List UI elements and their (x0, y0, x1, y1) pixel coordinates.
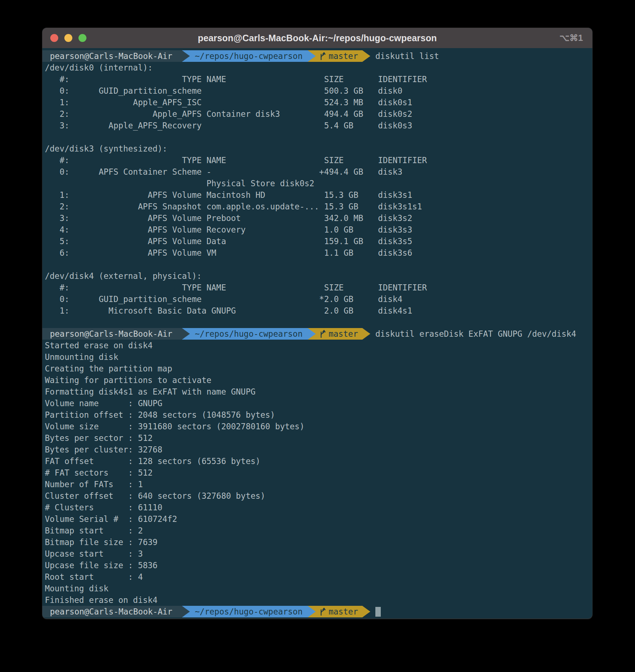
prompt-line-1: pearson@Carls-MacBook-Air ~/repos/hugo-c… (42, 50, 592, 62)
terminal-line: Physical Store disk0s2 (45, 178, 592, 189)
terminal-line: 2: APFS Snapshot com.apple.os.update-...… (45, 201, 592, 212)
branch-name: master (329, 606, 358, 617)
terminal-line: Upcase start : 3 (45, 548, 592, 560)
powerline-arrow-icon (308, 328, 316, 340)
terminal-line: 4: APFS Volume Recovery 1.0 GB disk3s3 (45, 224, 592, 235)
prompt-host-segment: pearson@Carls-MacBook-Air (42, 606, 182, 617)
branch-name: master (329, 328, 358, 340)
terminal-line: 1: Microsoft Basic Data GNUPG 2.0 GB dis… (45, 305, 592, 316)
terminal-line: Bitmap start : 2 (45, 525, 592, 536)
git-branch-icon (319, 52, 326, 60)
terminal-line: Started erase on disk4 (45, 340, 592, 351)
powerline-arrow-icon (362, 606, 370, 617)
terminal-line: /dev/disk0 (internal): (45, 62, 592, 73)
prompt-path-segment: ~/repos/hugo-cwpearson (190, 606, 308, 617)
powerline-arrow-icon (182, 606, 190, 617)
terminal-line: 1: APFS Volume Macintosh HD 15.3 GB disk… (45, 189, 592, 201)
prompt-path-segment: ~/repos/hugo-cwpearson (190, 328, 308, 340)
window-shortcut-badge: ⌥⌘1 (559, 28, 583, 48)
terminal-line: 6: APFS Volume VM 1.1 GB disk3s6 (45, 247, 592, 259)
window-title: pearson@Carls-MacBook-Air:~/repos/hugo-c… (42, 33, 592, 43)
terminal-line: 3: APFS Volume Preboot 342.0 MB disk3s2 (45, 212, 592, 224)
terminal-line: /dev/disk4 (external, physical): (45, 270, 592, 282)
terminal-line (45, 131, 592, 143)
terminal-line: 2: Apple_APFS Container disk3 494.4 GB d… (45, 108, 592, 120)
branch-name: master (329, 50, 358, 62)
terminal-line: Bytes per cluster: 32768 (45, 444, 592, 455)
terminal-line: Formatting disk4s1 as ExFAT with name GN… (45, 386, 592, 397)
prompt-host-segment: pearson@Carls-MacBook-Air (42, 328, 182, 340)
terminal-line: Bitmap file size : 7639 (45, 536, 592, 548)
terminal-line: FAT offset : 128 sectors (65536 bytes) (45, 455, 592, 467)
terminal-line (45, 259, 592, 270)
terminal-line: Unmounting disk (45, 351, 592, 363)
terminal-line: Finished erase on disk4 (45, 594, 592, 606)
command-text: diskutil eraseDisk ExFAT GNUPG /dev/disk… (375, 328, 576, 340)
terminal-line: 0: GUID_partition_scheme *2.0 GB disk4 (45, 293, 592, 305)
terminal-cursor[interactable] (375, 607, 381, 617)
minimize-button[interactable] (64, 34, 72, 42)
git-branch-icon (319, 608, 326, 616)
terminal-line: 1: Apple_APFS_ISC 524.3 MB disk0s1 (45, 97, 592, 108)
terminal-line: Volume name : GNUPG (45, 397, 592, 409)
terminal-line: Cluster offset : 640 sectors (327680 byt… (45, 490, 592, 502)
terminal-line: #: TYPE NAME SIZE IDENTIFIER (45, 154, 592, 166)
prompt-line-3: pearson@Carls-MacBook-Air ~/repos/hugo-c… (42, 606, 592, 617)
terminal-line: Volume size : 3911680 sectors (200278016… (45, 421, 592, 432)
zoom-button[interactable] (78, 34, 86, 42)
terminal-line: Number of FATs : 1 (45, 479, 592, 490)
powerline-arrow-icon (308, 606, 316, 617)
close-button[interactable] (50, 34, 58, 42)
terminal-line: Waiting for partitions to activate (45, 374, 592, 386)
command-text: diskutil list (375, 50, 439, 62)
prompt-branch-segment: master (316, 50, 362, 62)
terminal-window: pearson@Carls-MacBook-Air:~/repos/hugo-c… (42, 28, 592, 618)
traffic-lights (50, 28, 86, 48)
terminal-line: #: TYPE NAME SIZE IDENTIFIER (45, 73, 592, 85)
terminal-line: 3: Apple_APFS_Recovery 5.4 GB disk0s3 (45, 120, 592, 131)
terminal-line: Creating the partition map (45, 363, 592, 374)
prompt-path-segment: ~/repos/hugo-cwpearson (190, 50, 308, 62)
git-branch-icon (319, 330, 326, 338)
prompt-branch-segment: master (316, 328, 362, 340)
terminal-line: 0: GUID_partition_scheme 500.3 GB disk0 (45, 85, 592, 97)
prompt-host-segment: pearson@Carls-MacBook-Air (42, 50, 182, 62)
terminal-line: # Clusters : 61110 (45, 502, 592, 513)
terminal-line: Upcase file size : 5836 (45, 560, 592, 571)
terminal-line: 5: APFS Volume Data 159.1 GB disk3s5 (45, 235, 592, 247)
prompt-branch-segment: master (316, 606, 362, 617)
powerline-arrow-icon (362, 50, 370, 62)
titlebar[interactable]: pearson@Carls-MacBook-Air:~/repos/hugo-c… (42, 28, 592, 48)
terminal-line: Root start : 4 (45, 571, 592, 583)
powerline-arrow-icon (308, 50, 316, 62)
terminal-line: #: TYPE NAME SIZE IDENTIFIER (45, 282, 592, 293)
terminal-line: Partition offset : 2048 sectors (1048576… (45, 409, 592, 421)
powerline-arrow-icon (362, 328, 370, 340)
powerline-arrow-icon (182, 50, 190, 62)
terminal-body[interactable]: pearson@Carls-MacBook-Air ~/repos/hugo-c… (42, 48, 592, 617)
terminal-line: Volume Serial # : 610724f2 (45, 513, 592, 525)
powerline-arrow-icon (182, 328, 190, 340)
prompt-line-2: pearson@Carls-MacBook-Air ~/repos/hugo-c… (42, 328, 592, 340)
terminal-line: Mounting disk (45, 583, 592, 594)
terminal-line: Bytes per sector : 512 (45, 432, 592, 444)
terminal-line: 0: APFS Container Scheme - +494.4 GB dis… (45, 166, 592, 178)
terminal-line: /dev/disk3 (synthesized): (45, 143, 592, 154)
terminal-line (45, 316, 592, 328)
terminal-line: # FAT sectors : 512 (45, 467, 592, 479)
